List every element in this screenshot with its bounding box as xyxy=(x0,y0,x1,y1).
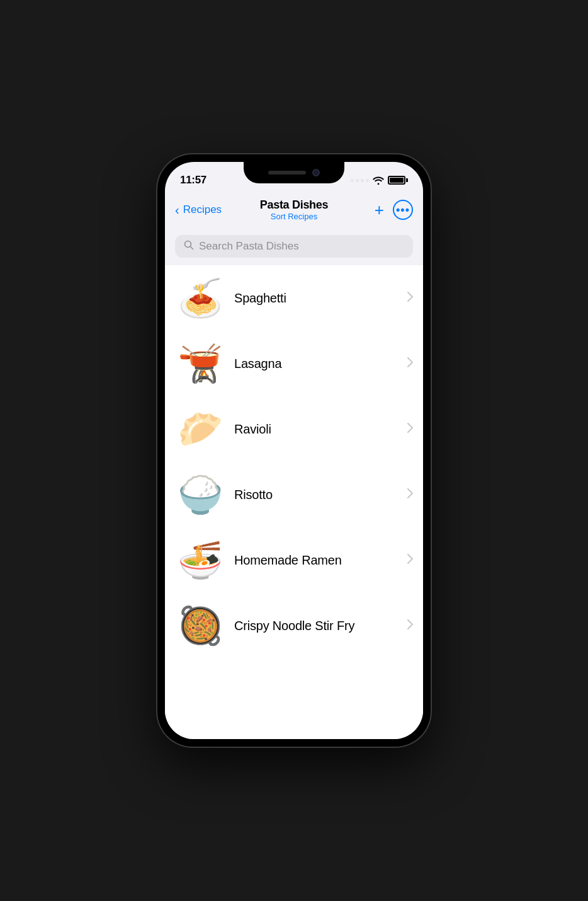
chevron-right-icon xyxy=(407,423,413,436)
svg-line-1 xyxy=(191,247,193,250)
recipe-item-lasagna[interactable]: 🫕Lasagna xyxy=(165,331,423,396)
recipe-emoji-lasagna: 🫕 xyxy=(175,338,225,389)
nav-header: ‹ Recipes Pasta Dishes Sort Recipes + ••… xyxy=(165,193,423,230)
chevron-right-icon xyxy=(407,619,413,633)
page-title: Pasta Dishes xyxy=(232,198,356,212)
screen-content: 11:57 xyxy=(165,162,423,739)
recipe-item-homemade-ramen[interactable]: 🍜Homemade Ramen xyxy=(165,527,423,593)
recipe-emoji-crispy-noodle-stir-fry: 🥘 xyxy=(175,600,225,651)
recipe-name-spaghetti: Spaghetti xyxy=(225,291,407,306)
recipe-name-crispy-noodle-stir-fry: Crispy Noodle Stir Fry xyxy=(225,619,407,633)
search-icon xyxy=(184,240,194,253)
search-placeholder: Search Pasta Dishes xyxy=(199,240,299,253)
recipe-list: 🍝Spaghetti🫕Lasagna🥟Ravioli🍚Risotto🍜Homem… xyxy=(165,265,423,739)
signal-icon xyxy=(351,179,369,182)
back-chevron-icon: ‹ xyxy=(175,204,179,216)
recipe-name-lasagna: Lasagna xyxy=(225,357,407,371)
add-recipe-button[interactable]: + xyxy=(375,202,384,218)
recipe-item-ravioli[interactable]: 🥟Ravioli xyxy=(165,396,423,462)
search-bar-container: Search Pasta Dishes xyxy=(165,230,423,265)
more-dots-icon: ••• xyxy=(396,204,410,215)
camera xyxy=(312,169,320,176)
recipe-emoji-spaghetti: 🍝 xyxy=(175,273,225,323)
more-options-button[interactable]: ••• xyxy=(393,200,413,220)
chevron-right-icon xyxy=(407,292,413,305)
chevron-right-icon xyxy=(407,357,413,370)
back-button[interactable]: ‹ Recipes xyxy=(175,204,232,216)
recipe-emoji-homemade-ramen: 🍜 xyxy=(175,535,225,585)
speaker xyxy=(268,171,306,175)
chevron-right-icon xyxy=(407,554,413,567)
status-icons xyxy=(351,176,408,185)
phone-screen: 11:57 xyxy=(165,162,423,739)
recipe-item-spaghetti[interactable]: 🍝Spaghetti xyxy=(165,265,423,331)
recipe-emoji-risotto: 🍚 xyxy=(175,469,225,520)
back-label: Recipes xyxy=(183,204,222,216)
status-time: 11:57 xyxy=(180,174,206,187)
recipe-item-crispy-noodle-stir-fry[interactable]: 🥘Crispy Noodle Stir Fry xyxy=(165,593,423,658)
phone-frame: 11:57 xyxy=(157,154,431,747)
search-bar[interactable]: Search Pasta Dishes xyxy=(175,235,413,258)
sort-recipes-button[interactable]: Sort Recipes xyxy=(232,212,356,221)
recipe-item-risotto[interactable]: 🍚Risotto xyxy=(165,462,423,527)
recipe-emoji-ravioli: 🥟 xyxy=(175,404,225,454)
nav-top: ‹ Recipes Pasta Dishes Sort Recipes + ••… xyxy=(175,198,413,221)
chevron-right-icon xyxy=(407,488,413,502)
recipe-name-ravioli: Ravioli xyxy=(225,422,407,437)
notch xyxy=(244,162,344,183)
battery-icon xyxy=(388,176,408,185)
recipe-name-risotto: Risotto xyxy=(225,488,407,502)
nav-actions: + ••• xyxy=(356,200,413,220)
wifi-icon xyxy=(373,176,384,185)
recipe-name-homemade-ramen: Homemade Ramen xyxy=(225,553,407,568)
nav-title-group: Pasta Dishes Sort Recipes xyxy=(232,198,356,221)
